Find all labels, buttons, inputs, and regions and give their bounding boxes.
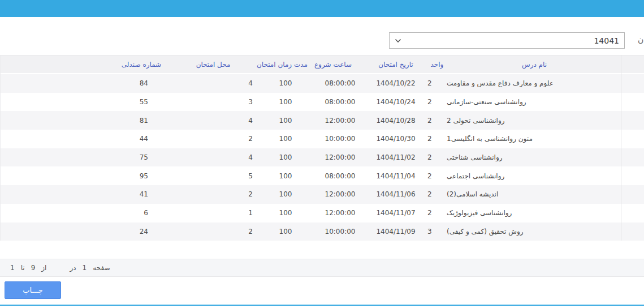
cell-exam-duration: 100: [257, 190, 314, 198]
term-select[interactable]: 14041: [389, 32, 625, 49]
cell-exam-duration: 100: [257, 135, 314, 143]
cell-exam-duration: 100: [257, 209, 314, 217]
cell-seat-number: 55: [0, 98, 153, 106]
cell-course-name: روانشناسی صنعتی-سازمانی: [447, 98, 621, 106]
exam-schedule-page: { "colors": { "topbar": "#36a9e1", "head…: [0, 0, 644, 308]
cell-units: 2: [425, 190, 447, 198]
pager-word-page: صفحه: [93, 264, 110, 272]
cell-exam-location: 4: [153, 79, 257, 87]
cell-units: 2: [425, 209, 447, 217]
cell-exam-date: 1404/10/30: [366, 135, 425, 143]
cell-exam-duration: 100: [257, 98, 314, 106]
cell-units: 2: [425, 117, 447, 125]
cell-seat-number: 24: [0, 228, 153, 236]
top-navigation-bar: [0, 0, 644, 17]
cell-exam-location: 2: [153, 190, 257, 198]
cell-units: 2: [425, 98, 447, 106]
table-row[interactable]: 55 3 100 08:00:00 1404/10/24 2 روانشناسی…: [0, 93, 644, 112]
cell-units: 3: [425, 228, 447, 236]
cell-seat-number: 41: [0, 190, 153, 198]
cell-start-time: 10:00:00: [314, 228, 366, 236]
cell-course-name: روانشناسی اجتماعی: [447, 172, 621, 180]
table-row[interactable]: 84 4 100 08:00:00 1404/10/22 2 علوم و مع…: [0, 74, 644, 93]
cell-seat-number: 75: [0, 153, 153, 161]
cell-seat-number: 84: [0, 79, 153, 87]
table-row[interactable]: 75 4 100 12:00:00 1404/11/02 2 روانشناسی…: [0, 148, 644, 167]
table-row[interactable]: 6 1 100 12:00:00 1404/11/07 2 روانشناسی …: [0, 204, 644, 223]
cell-exam-date: 1404/11/06: [366, 190, 425, 198]
cell-start-time: 12:00:00: [314, 153, 366, 161]
cell-seat-number: 6: [0, 209, 153, 217]
cell-exam-date: 1404/10/24: [366, 98, 425, 106]
cell-exam-duration: 100: [257, 153, 314, 161]
cell-exam-date: 1404/11/04: [366, 172, 425, 180]
cell-exam-duration: 100: [257, 228, 314, 236]
cell-course-name: اندیشه اسلامی(2): [447, 190, 621, 198]
table-row[interactable]: 41 2 100 12:00:00 1404/11/06 2 اندیشه اس…: [0, 185, 644, 204]
cell-seat-number: 44: [0, 135, 153, 143]
cell-start-time: 12:00:00: [314, 209, 366, 217]
cell-seat-number: 81: [0, 117, 153, 125]
pager-word-in: در: [70, 264, 76, 272]
term-select-label-fragment: ن: [638, 35, 643, 44]
column-header-location[interactable]: محل امتحان: [196, 61, 231, 69]
cell-exam-date: 1404/11/09: [366, 228, 425, 236]
column-header-course[interactable]: نام درس: [522, 61, 547, 69]
exam-table-header: نام درس واحد تاریخ امتحان ساعت شروع مدت …: [0, 55, 644, 73]
cell-course-name: روانشناسی تحولی 2: [447, 117, 621, 125]
term-select-value: 14041: [594, 36, 619, 45]
table-left-border: [0, 55, 1, 241]
cell-course-name: روانشناسی فیزیولوژیک: [447, 209, 621, 217]
column-header-date[interactable]: تاریخ امتحان: [378, 61, 413, 69]
cell-exam-location: 3: [153, 98, 257, 106]
cell-exam-date: 1404/11/02: [366, 153, 425, 161]
table-row[interactable]: 44 2 100 10:00:00 1404/10/30 2 متون روان…: [0, 130, 644, 148]
cell-start-time: 12:00:00: [314, 190, 366, 198]
pager-word-to: تا: [21, 264, 25, 272]
cell-exam-location: 2: [153, 228, 257, 236]
pager-range-end: 9: [31, 264, 36, 272]
cell-exam-location: 1: [153, 209, 257, 217]
cell-exam-date: 1404/10/22: [366, 79, 425, 87]
cell-exam-date: 1404/11/07: [366, 209, 425, 217]
cell-start-time: 08:00:00: [314, 79, 366, 87]
table-row[interactable]: 95 5 100 08:00:00 1404/11/04 2 روانشناسی…: [0, 166, 644, 185]
cell-units: 2: [425, 135, 447, 143]
print-button[interactable]: چـــاپ: [5, 281, 61, 299]
cell-exam-location: 4: [153, 117, 257, 125]
table-row[interactable]: 24 2 100 10:00:00 1404/11/09 3 روش تحقیق…: [0, 223, 644, 241]
cell-start-time: 12:00:00: [314, 117, 366, 125]
cell-exam-date: 1404/10/28: [366, 117, 425, 125]
cell-course-name: روش تحقیق (کمی و کیفی): [447, 228, 621, 236]
cell-start-time: 08:00:00: [314, 172, 366, 180]
pager-page-count: 1: [83, 264, 87, 272]
exam-table-body: 84 4 100 08:00:00 1404/10/22 2 علوم و مع…: [0, 74, 644, 241]
pagination-bar: 1 تا 9 از در 1 صفحه: [0, 259, 644, 277]
table-row[interactable]: 81 4 100 12:00:00 1404/10/28 2 روانشناسی…: [0, 111, 644, 130]
cell-units: 2: [425, 153, 447, 161]
pager-range-start: 1: [10, 264, 15, 272]
column-header-start[interactable]: ساعت شروع: [314, 61, 352, 69]
column-header-units[interactable]: واحد: [431, 61, 444, 69]
cell-exam-duration: 100: [257, 79, 314, 87]
cell-course-name: متون روانشناسی به انگلیسی1: [447, 135, 621, 143]
cell-exam-location: 5: [153, 172, 257, 180]
column-header-duration[interactable]: مدت زمان امتحان: [257, 61, 308, 69]
cell-start-time: 10:00:00: [314, 135, 366, 143]
cell-exam-location: 2: [153, 135, 257, 143]
cell-exam-duration: 100: [257, 172, 314, 180]
cell-course-name: علوم و معارف دفاع مقدس و مقاومت: [447, 79, 621, 87]
cell-exam-location: 4: [153, 153, 257, 161]
cell-start-time: 08:00:00: [314, 98, 366, 106]
course-column-divider: [621, 55, 621, 241]
cell-exam-duration: 100: [257, 117, 314, 125]
cell-course-name: روانشناسی شناختی: [447, 153, 621, 161]
column-header-seat[interactable]: شماره صندلی: [122, 61, 161, 69]
bottom-divider-line: [0, 305, 644, 306]
cell-seat-number: 95: [0, 172, 153, 180]
cell-units: 2: [425, 172, 447, 180]
pager-word-of: از: [41, 264, 46, 272]
cell-units: 2: [425, 79, 447, 87]
exam-table: نام درس واحد تاریخ امتحان ساعت شروع مدت …: [0, 55, 644, 241]
chevron-down-icon: [395, 38, 401, 43]
